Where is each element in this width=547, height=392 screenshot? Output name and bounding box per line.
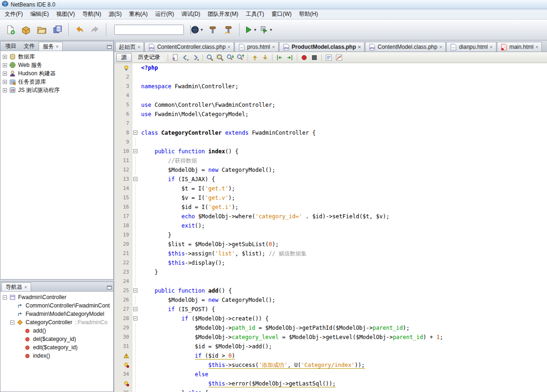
tab-files[interactable]: 文件 [20,42,39,51]
code-fold-margin[interactable] [132,268,138,277]
services-tree-item[interactable]: +Web 服务 [0,61,113,69]
editor-tab[interactable]: phpContentController.class.php× [144,42,234,52]
editor-tab[interactable]: 起始页× [115,42,144,52]
debug-project-button[interactable]: ▼ [259,22,274,37]
code-fold-margin[interactable] [132,240,138,249]
navigator-tree-item[interactable]: −Fwadmin\Controller [0,293,113,301]
code-fold-margin[interactable]: − [132,175,138,184]
code-fold-margin[interactable] [132,156,138,165]
forward-icon[interactable] [191,53,200,62]
menu-item[interactable]: 团队开发(M) [204,9,242,20]
minimize-window-icon[interactable] [107,285,112,290]
editor-tab[interactable]: <>pros.html× [234,42,279,52]
code-fold-margin[interactable] [132,323,138,333]
source-view-button[interactable]: 源 [116,53,132,62]
code-fold-margin[interactable] [132,295,138,305]
save-all-button[interactable] [50,22,65,37]
navigator-tree-item[interactable]: edit($category_id) [0,343,113,352]
navigator-tree-item[interactable]: del($category_id) [0,335,113,343]
expander-icon[interactable]: + [3,63,7,67]
close-tab-icon[interactable]: × [228,45,230,49]
code-fold-margin[interactable]: − [132,128,138,137]
code-editor[interactable]: <?php23namespace Fwadmin\Controller;45us… [114,63,547,392]
shift-line-left-icon[interactable] [275,53,284,62]
line-number-gutter[interactable]: 11 [114,156,132,165]
menu-item[interactable]: 运行(R) [151,9,178,20]
new-project-button[interactable] [19,22,33,37]
open-project-button[interactable] [34,22,49,37]
redo-button[interactable] [88,22,103,37]
fold-collapse-icon[interactable]: − [133,149,137,153]
build-project-button[interactable] [205,22,220,37]
line-number-gutter[interactable]: 28 [114,314,132,323]
find-previous-icon[interactable] [236,53,245,62]
navigator-tree-item[interactable]: Fwadmin\Model\CategoryModel [0,310,113,318]
menu-item[interactable]: 文件(F) [1,9,26,20]
code-fold-margin[interactable]: − [132,147,138,156]
code-fold-margin[interactable] [132,351,138,360]
close-tab-icon[interactable]: × [137,45,140,49]
services-tree-item[interactable]: +Hudson 构建器 [0,69,113,78]
code-fold-margin[interactable] [132,100,138,110]
code-fold-margin[interactable] [132,249,138,258]
line-number-gutter[interactable]: 18 [114,221,132,230]
line-number-gutter[interactable] [114,379,132,388]
find-icon[interactable] [205,53,215,62]
code-fold-margin[interactable] [132,370,138,379]
expander-icon[interactable]: + [3,80,7,84]
code-fold-margin[interactable] [132,277,138,286]
code-fold-margin[interactable] [132,360,138,370]
services-tree-item[interactable]: +任务资源库 [0,78,113,86]
editor-tab[interactable]: !main.html× [497,42,542,52]
code-fold-margin[interactable]: − [132,286,138,295]
navigator-tree-item[interactable]: −CategoryController::FwadminCo [0,318,113,327]
fold-collapse-icon[interactable]: − [133,288,137,293]
close-icon[interactable]: × [24,285,27,289]
line-number-gutter[interactable]: 31 [114,342,132,351]
close-icon[interactable]: × [56,44,59,49]
menu-item[interactable]: 工具(T) [242,9,267,20]
line-number-gutter[interactable]: 14 [114,184,132,193]
line-number-gutter[interactable]: 17 [114,212,132,221]
navigator-tree-item[interactable]: add() [0,327,113,335]
code-fold-margin[interactable] [132,333,138,342]
line-number-gutter[interactable]: 6 [114,110,132,119]
line-number-gutter[interactable]: 24 [114,277,132,286]
tab-services[interactable]: 服务× [39,42,63,51]
fold-collapse-icon[interactable]: − [133,307,137,311]
menu-item[interactable]: 源(S) [105,9,125,20]
code-fold-margin[interactable] [132,342,138,351]
navigator-tree-item[interactable]: index() [0,352,113,360]
editor-tab[interactable]: <>dianpu.html× [446,42,496,52]
code-fold-margin[interactable] [132,230,138,240]
code-fold-margin[interactable]: − [132,314,138,323]
line-number-gutter[interactable]: 23 [114,268,132,277]
fold-collapse-icon[interactable]: − [133,131,137,135]
start-macro-recording-icon[interactable] [300,53,309,62]
line-number-gutter[interactable]: 16 [114,203,132,212]
configuration-dropdown[interactable]: ▼ [189,22,204,37]
stop-macro-recording-icon[interactable] [310,53,319,62]
fold-collapse-icon[interactable]: − [133,177,137,181]
services-tree-item[interactable]: +数据库 [0,52,113,61]
menu-item[interactable]: 导航(N) [78,9,105,20]
code-fold-margin[interactable] [132,203,138,212]
code-fold-margin[interactable]: − [132,305,138,314]
line-number-gutter[interactable]: 3 [114,82,132,91]
quick-search-combobox[interactable]: ▼ [114,25,184,35]
line-number-gutter[interactable]: 20 [114,240,132,249]
line-number-gutter[interactable]: 4 [114,91,132,100]
menu-item[interactable]: 调试(D) [178,9,204,20]
expander-icon[interactable]: + [3,88,7,92]
code-fold-margin[interactable] [132,193,138,203]
services-tree-item[interactable]: +JSJS 测试驱动程序 [0,86,113,94]
code-fold-margin[interactable] [132,165,138,175]
line-number-gutter[interactable]: 26 [114,295,132,305]
code-fold-margin[interactable] [132,388,138,392]
close-tab-icon[interactable]: × [439,45,442,49]
back-icon[interactable] [181,53,190,62]
line-number-gutter[interactable]: 30 [114,333,132,342]
editor-tab[interactable]: phpProductModel.class.php× [279,42,365,52]
uncomment-icon[interactable] [334,53,344,62]
line-number-gutter[interactable] [114,360,132,370]
